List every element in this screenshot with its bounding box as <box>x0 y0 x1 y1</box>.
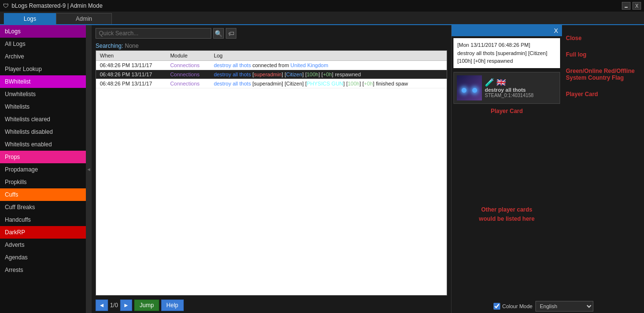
tag-button[interactable]: 🏷 <box>226 28 236 39</box>
other-cards-label: Other player cardswould be listed here <box>452 116 562 313</box>
cell-log: destroy all thots [superadmin] [Citizen]… <box>210 79 447 88</box>
cell-module: Connections <box>166 79 210 88</box>
sidebar-item-propdamage[interactable]: Propdamage <box>0 163 92 176</box>
table-row[interactable]: 06:48:26 PM 13/11/17 Connections destroy… <box>96 61 447 70</box>
language-select[interactable]: English French German Spanish <box>535 301 593 312</box>
table-header-row: When Module Log <box>96 51 447 61</box>
sidebar-toggle[interactable]: ◄ <box>86 25 92 313</box>
log-table-body: 06:48:26 PM 13/11/17 Connections destroy… <box>96 61 447 88</box>
sidebar-item-bwhitelist[interactable]: BWhitelist <box>0 75 92 88</box>
sidebar-item-archive[interactable]: Archive <box>0 50 92 63</box>
sidebar-item-blogs[interactable]: bLogs <box>0 25 92 38</box>
sidebar-item-adverts[interactable]: Adverts <box>0 239 92 251</box>
cell-when: 06:48:26 PM 13/11/17 <box>96 79 166 88</box>
search-input[interactable] <box>96 28 211 39</box>
titlebar-left: 🛡 bLogs Remastered-9 | Admin Mode <box>3 2 103 9</box>
table-row[interactable]: 06:48:26 PM 13/11/17 Connections destroy… <box>96 79 447 88</box>
help-button[interactable]: Help <box>161 299 184 311</box>
sidebar-item-propkills[interactable]: Propkills <box>0 176 92 188</box>
colour-mode-label: Colour Mode <box>502 303 533 309</box>
jump-button[interactable]: Jump <box>134 299 159 311</box>
cell-when: 06:48:26 PM 13/11/17 <box>96 70 166 79</box>
sidebar-item-darkrp[interactable]: DarkRP <box>0 226 92 239</box>
avatar-eyes <box>461 87 478 94</box>
main-layout: ◄ bLogs All Logs Archive Player Lookup B… <box>0 25 644 313</box>
search-bar: 🔍 🏷 <box>92 25 451 42</box>
tab-logs[interactable]: Logs <box>4 13 56 24</box>
sidebar-item-cuff-breaks[interactable]: Cuff Breaks <box>0 201 92 213</box>
sidebar-item-whitelists[interactable]: Whitelists <box>0 100 92 113</box>
next-page-button[interactable]: ► <box>120 299 133 311</box>
search-button[interactable]: 🔍 <box>213 28 224 39</box>
prev-page-button[interactable]: ◄ <box>96 299 108 311</box>
log-table: When Module Log 06:48:26 PM 13/11/17 Con… <box>96 51 447 88</box>
sidebar-item-agendas[interactable]: Agendas <box>0 251 92 264</box>
cell-when: 06:48:26 PM 13/11/17 <box>96 61 166 70</box>
shield-icon: 🛡 <box>3 2 9 9</box>
player-card-label: Player Card <box>452 106 562 116</box>
content-area: 🔍 🏷 Searching: None When Module Log <box>92 25 451 313</box>
sidebar-item-all-logs[interactable]: All Logs <box>0 38 92 50</box>
colour-mode-area: Colour Mode <box>493 303 533 310</box>
player-avatar <box>457 75 482 100</box>
player-name: destroy all thots <box>485 87 557 93</box>
log-table-wrapper: When Module Log 06:48:26 PM 13/11/17 Con… <box>96 50 447 296</box>
sidebar-item-unwhitelists[interactable]: Unwhitelists <box>0 88 92 100</box>
panel-header: X <box>452 25 562 36</box>
full-log-label: Full log <box>566 51 640 58</box>
online-status-icon: 🧪 <box>485 78 494 87</box>
col-when: When <box>96 51 166 61</box>
minimize-button[interactable]: 🗕 <box>622 2 630 10</box>
cell-log: destroy all thots connected from United … <box>210 61 447 70</box>
bottom-bar: Colour Mode English French German Spanis… <box>490 299 644 313</box>
title-bar: 🛡 bLogs Remastered-9 | Admin Mode 🗕 X <box>0 0 644 12</box>
tab-admin[interactable]: Admin <box>56 13 112 24</box>
avatar-face <box>457 75 482 100</box>
sidebar-item-whitelists-disabled[interactable]: Whitelists disabled <box>0 126 92 138</box>
log-detail: [Mon 13/11/2017 06:48:26 PM] destroy all… <box>453 38 560 68</box>
player-steam-id: STEAM_0:1:40314158 <box>485 93 557 98</box>
sidebar: ◄ bLogs All Logs Archive Player Lookup B… <box>0 25 92 313</box>
avatar-eye-left <box>462 88 466 93</box>
close-window-button[interactable]: X <box>632 2 641 10</box>
sidebar-item-arrests[interactable]: Arrests <box>0 264 92 276</box>
page-info: 1/0 <box>110 302 118 309</box>
titlebar-controls: 🗕 X <box>622 2 641 10</box>
player-card-far-label: Player Card <box>566 91 640 98</box>
player-info: 🧪 🇬🇧 destroy all thots STEAM_0:1:4031415… <box>485 78 557 98</box>
sidebar-item-handcuffs[interactable]: Handcuffs <box>0 213 92 226</box>
pagination-bar: ◄ 1/0 ► Jump Help <box>92 298 451 313</box>
tab-bar: Logs Admin <box>0 12 644 25</box>
avatar-eye-right <box>472 88 477 93</box>
green-red-label: Green/Online Red/OfflineSystem Country F… <box>566 68 640 81</box>
close-label: Close <box>566 35 640 42</box>
player-icons: 🧪 🇬🇧 <box>485 78 557 87</box>
player-card[interactable]: 🧪 🇬🇧 destroy all thots STEAM_0:1:4031415… <box>453 72 560 104</box>
col-module: Module <box>166 51 210 61</box>
colour-mode-checkbox[interactable] <box>493 303 500 310</box>
right-panel: X [Mon 13/11/2017 06:48:26 PM] destroy a… <box>451 25 562 313</box>
sidebar-item-whitelists-cleared[interactable]: Whitelists cleared <box>0 113 92 126</box>
table-row[interactable]: 06:48:26 PM 13/11/17 Connections destroy… <box>96 70 447 79</box>
sidebar-item-props[interactable]: Props <box>0 151 92 163</box>
cell-module: Connections <box>166 70 210 79</box>
panel-close-button[interactable]: X <box>554 27 558 34</box>
searching-label: Searching: None <box>92 42 451 50</box>
app-title: bLogs Remastered-9 | Admin Mode <box>12 2 103 9</box>
sidebar-item-player-lookup[interactable]: Player Lookup <box>0 63 92 75</box>
col-log: Log <box>210 51 447 61</box>
cell-module: Connections <box>166 61 210 70</box>
far-right-labels: Close Full log Green/Online Red/OfflineS… <box>562 25 644 313</box>
sidebar-item-cuffs[interactable]: Cuffs <box>0 188 92 201</box>
country-flag-icon: 🇬🇧 <box>496 78 506 87</box>
sidebar-item-whitelists-enabled[interactable]: Whitelists enabled <box>0 138 92 151</box>
cell-log: destroy all thots [superadmin] [Citizen]… <box>210 70 447 79</box>
